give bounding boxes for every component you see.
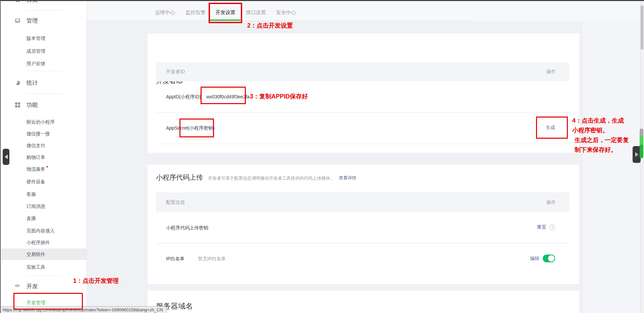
reset-button[interactable]: 重置 [537, 224, 546, 230]
row-divider [156, 243, 569, 243]
ip-whitelist-actions: 编辑 [530, 255, 555, 262]
sidebar-group-stats[interactable]: 统计 [26, 79, 38, 87]
generate-button[interactable]: 生成 [546, 125, 555, 131]
code-upload-table-header: 配置信息 操作 [156, 192, 569, 212]
content-right-gutter [582, 21, 640, 313]
tab-ops-center[interactable]: 运维中心 [155, 9, 175, 16]
sidebar-group-manage[interactable]: 管理 [26, 17, 38, 25]
sidebar-item-dev-manage[interactable]: 开发管理 [26, 299, 45, 306]
sidebar-item-version-manage[interactable]: 版本管理 [26, 35, 45, 42]
sidebar-item-nearby-miniprogram[interactable]: 附近的小程序 [26, 119, 55, 125]
appid-label: AppID(小程序ID) [166, 94, 201, 100]
tab-monitor-alert[interactable]: 监控告警 [185, 9, 206, 16]
pie-chart-icon [15, 80, 20, 86]
annotation-step4-line1: 4：点击生成，生成 [572, 116, 629, 126]
annotation-step4-line2: 小程序密钥。 [572, 126, 629, 135]
active-tab-underline [210, 19, 240, 21]
server-domain-card: 服务器域名 [148, 290, 579, 313]
scrollbar-thumb[interactable] [641, 5, 643, 50]
developer-id-card: 开发者ID 开发者ID 操作 AppID(小程序ID) wx030f0cd49f… [148, 34, 579, 153]
developer-id-table-header: 开发者ID 操作 [156, 62, 569, 81]
sidebar-item-miniprogram-plugin[interactable]: 小程序插件 [26, 239, 50, 246]
divider [26, 10, 63, 10]
col-action: 操作 [546, 199, 556, 206]
inbox-icon [15, 18, 20, 24]
appsecret-label: AppSecret(小程序密钥) [166, 125, 215, 131]
ip-whitelist-toggle[interactable] [543, 255, 555, 262]
annotation-step1: 1：点击开发管理 [73, 277, 119, 285]
sidebar-group-develop[interactable]: 开发 [26, 282, 38, 290]
sidebar-item-customer-service[interactable]: 客服 [26, 191, 36, 197]
divider [26, 71, 63, 71]
annotation-step3: 3：复制APPID保存好 [250, 92, 308, 100]
sidebar-group-features[interactable]: 功能 [26, 101, 38, 109]
sidebar-item-subscribe-message[interactable]: 订阅消息 [26, 203, 45, 210]
browser-status-bar: https://mp.weixin.qq.com/wxamp/minishop/… [0, 306, 167, 313]
divider [26, 94, 63, 94]
tab-dev-settings[interactable]: 开发设置 [215, 9, 235, 16]
col-config-info: 配置信息 [166, 199, 185, 206]
sidebar-item-logistics-service[interactable]: 物流服务 [26, 166, 48, 172]
col-action: 操作 [546, 69, 556, 75]
appid-value: wx030f0cd49f3ee2fa [206, 94, 250, 99]
row-divider [156, 144, 569, 144]
tab-bar-divider [87, 20, 473, 21]
annotation-step4-line3: 生成之后，一定要复 [572, 135, 629, 145]
view-details-link[interactable]: 查看详情 [339, 175, 356, 181]
sidebar-item-shopping-orders[interactable]: 购物订单 [26, 154, 45, 161]
ip-whitelist-value: 暂无IP白名单 [198, 256, 226, 262]
chevron-right-icon [635, 152, 638, 157]
sidebar-item-experiment-tools[interactable]: 实验工具 [26, 264, 45, 270]
sidebar-collapse-handle[interactable] [3, 149, 9, 165]
scroll-capture-indicator [640, 129, 643, 158]
window-left-border [0, 0, 1, 313]
annotation-step2: 2：点击开发设置 [247, 21, 293, 30]
grid-icon [15, 102, 20, 108]
edit-button[interactable]: 编辑 [530, 256, 539, 262]
col-developer-id: 开发者ID [166, 69, 185, 75]
code-upload-card: 小程序代码上传 开发者可基于配置信息调用微信开发者工具提供的代码上传模块。 查看… [148, 165, 579, 284]
code-upload-desc: 开发者可基于配置信息调用微信开发者工具提供的代码上传模块。 [208, 175, 334, 181]
row-divider [156, 113, 569, 113]
tab-security-center[interactable]: 安全中心 [276, 9, 296, 16]
appsecret-actions: 生成 [546, 125, 555, 131]
sidebar-item-member-manage[interactable]: 成员管理 [26, 48, 45, 54]
new-badge-dot [46, 166, 48, 168]
sidebar-item-label: 物流服务 [26, 166, 45, 172]
sidebar-item-wechat-pay[interactable]: 微信支付 [26, 142, 45, 149]
sidebar-item-page-content-access[interactable]: 页面内容接入 [26, 227, 55, 234]
annotation-step4: 4：点击生成，生成 小程序密钥。 生成之后，一定要复 制下来保存好。 [572, 116, 629, 155]
divider [26, 275, 63, 276]
sidebar-item-live[interactable]: 直播 [26, 215, 36, 222]
sidebar: 首页 管理 版本管理 成员管理 用户反馈 统计 功能 附近的小程序 微信搜一搜 … [1, 0, 87, 313]
sidebar-item-wechat-search[interactable]: 微信搜一搜 [26, 130, 50, 137]
sidebar-item-user-feedback[interactable]: 用户反馈 [26, 60, 45, 67]
upload-key-label: 小程序代码上传密钥 [166, 225, 208, 231]
sidebar-item-trade-component[interactable]: 交易组件 [26, 251, 45, 258]
window-top-border [0, 0, 644, 1]
code-upload-heading: 小程序代码上传 [156, 173, 203, 182]
sidebar-item-hardware-device[interactable]: 硬件设备 [26, 178, 45, 185]
tab-api-settings[interactable]: 接口设置 [246, 9, 266, 16]
ip-whitelist-label: IP白名单 [166, 256, 184, 262]
chevron-left-icon [5, 154, 8, 159]
code-icon: </> [15, 283, 20, 289]
help-icon[interactable]: ? [549, 224, 555, 230]
toggle-knob [548, 255, 554, 262]
upload-key-actions: 重置 ? [537, 224, 555, 230]
annotation-step4-line4: 制下来保存好。 [572, 145, 629, 155]
